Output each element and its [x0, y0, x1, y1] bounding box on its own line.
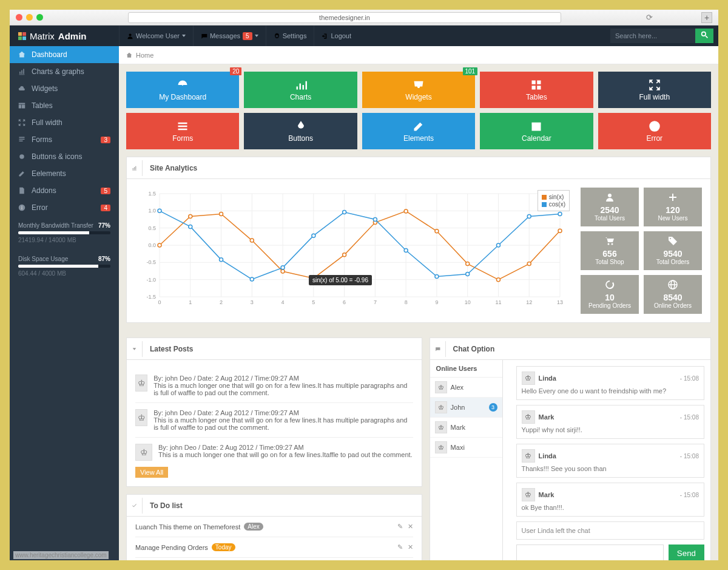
svg-text:12: 12	[526, 299, 532, 305]
tile-full-width[interactable]: Full width	[598, 72, 711, 108]
sidebar-item-tables[interactable]: Tables	[10, 97, 119, 114]
svg-text:-0.5: -0.5	[146, 259, 156, 265]
button-icon	[18, 153, 25, 160]
svg-point-62	[250, 239, 254, 242]
stat-new-users[interactable]: 120New Users	[644, 188, 702, 226]
sidebar-item-label: Widgets	[32, 84, 58, 93]
sidebar-item-eelements[interactable]: Eelements	[10, 165, 119, 182]
breadcrumb: Home	[119, 46, 718, 64]
stat-total-orders[interactable]: 9540Total Orders	[644, 231, 702, 270]
tile-error[interactable]: Error	[598, 113, 711, 149]
svg-point-73	[158, 209, 161, 212]
chevron-down-icon[interactable]	[127, 341, 143, 357]
svg-text:3: 3	[251, 299, 254, 305]
svg-point-59	[158, 243, 161, 247]
panel-title: Site Analytics	[150, 164, 197, 172]
file-icon	[18, 187, 25, 194]
msg-author: Linda	[539, 375, 556, 382]
stat-total-users[interactable]: 2540Total Users	[581, 188, 639, 226]
tile-elements[interactable]: Elements	[362, 113, 475, 149]
online-user[interactable]: ♔Mark	[430, 418, 502, 438]
tile-forms[interactable]: Forms	[126, 113, 239, 149]
info-icon	[649, 120, 661, 132]
edit-icon[interactable]: ✎	[397, 523, 403, 531]
sidebar-item-label: Buttons & icons	[32, 152, 82, 161]
svg-text:6: 6	[343, 299, 346, 305]
tile-widgets[interactable]: 101Widgets	[362, 72, 475, 108]
sidebar-item-buttons-icons[interactable]: Buttons & icons	[10, 148, 119, 165]
online-user[interactable]: ♔Maxi	[430, 438, 502, 458]
cloud-icon	[18, 85, 25, 92]
sidebar-item-widgets[interactable]: Widgets	[10, 80, 119, 97]
info-icon	[18, 204, 25, 211]
close-window-icon[interactable]	[16, 14, 22, 21]
new-tab-button[interactable]: +	[701, 12, 712, 23]
sidebar-item-charts-graphs[interactable]: Charts & graphs	[10, 63, 119, 80]
gear-icon	[274, 33, 280, 39]
tile-badge: 101	[463, 67, 478, 75]
msg-body: Thanks!!! See you soon than	[522, 465, 699, 472]
stat-total-shop[interactable]: 656Total Shop	[581, 231, 639, 270]
stat-label: Total Orders	[646, 259, 699, 265]
msg-time: - 15:08	[680, 492, 699, 498]
todo-item: MAke your desk cleanAdmin✎✕	[135, 558, 413, 560]
svg-point-65	[343, 253, 346, 257]
post-body: This is a much longer one that will go o…	[153, 382, 413, 396]
url-bar[interactable]: themedesigner.in	[128, 12, 561, 23]
sidebar-item-addons[interactable]: Addons5	[10, 182, 119, 199]
chat-message: ♔Mark- 15:08ok Bye than!!!.	[516, 483, 704, 517]
panel-title: Chat Option	[453, 345, 495, 353]
panel-title: Latest Posts	[150, 345, 193, 353]
svg-point-70	[496, 278, 500, 282]
latest-posts-panel: Latest Posts ♔By: john Deo / Date: 2 Aug…	[126, 338, 422, 487]
edit-icon[interactable]: ✎	[397, 543, 403, 551]
view-all-button[interactable]: View All	[135, 467, 168, 478]
sidebar-item-dashboard[interactable]: Dashboard	[10, 46, 119, 63]
sidebar-item-forms[interactable]: Forms3	[10, 131, 119, 148]
search-input[interactable]	[610, 29, 695, 43]
analytics-chart: -1.5-1.0-0.50.00.51.01.50123456789101112…	[135, 188, 572, 314]
chat-message: ♔Mark- 15:08Yuppi! why not sirji!!.	[516, 405, 704, 439]
tile-calendar[interactable]: Calendar	[480, 113, 593, 149]
svg-point-86	[558, 212, 562, 215]
stat-label: Online Orders	[646, 302, 699, 309]
stat-pending-orders[interactable]: 10Pending Orders	[581, 275, 639, 314]
search-button[interactable]	[695, 29, 713, 43]
sidebar-item-label: Error	[32, 203, 48, 212]
chat-input[interactable]	[516, 545, 664, 560]
bandwidth-usage: 77% Monthly Bandwidth Transfer 21419.94 …	[10, 216, 119, 249]
svg-point-75	[220, 258, 223, 262]
sidebar-item-full-width[interactable]: Full width	[10, 114, 119, 131]
check-icon	[127, 498, 143, 514]
stat-online-orders[interactable]: 8540Online Orders	[644, 275, 702, 314]
welcome-user-menu[interactable]: Welcome User	[119, 25, 193, 46]
brand-logo[interactable]: MatrixAdmin	[10, 31, 119, 41]
delete-icon[interactable]: ✕	[408, 543, 413, 551]
tile-my-dashboard[interactable]: 20My Dashboard	[126, 72, 239, 108]
globe-icon	[668, 280, 678, 290]
maximize-window-icon[interactable]	[36, 14, 43, 21]
online-user[interactable]: ♔Alex	[430, 378, 502, 398]
delete-icon[interactable]: ✕	[408, 523, 413, 531]
sidebar-badge: 4	[101, 205, 110, 211]
tile-label: Full width	[639, 93, 670, 101]
settings-link[interactable]: Settings	[266, 25, 314, 46]
tile-charts[interactable]: Charts	[244, 72, 357, 108]
refresh-icon[interactable]: ⟳	[646, 13, 653, 22]
tile-label: Tables	[526, 93, 547, 101]
send-button[interactable]: Send	[669, 545, 704, 560]
expand-icon	[18, 119, 25, 126]
minimize-window-icon[interactable]	[26, 14, 33, 21]
avatar: ♔	[522, 488, 535, 501]
stat-label: Total Shop	[583, 259, 636, 265]
logout-link[interactable]: Logout	[314, 25, 359, 46]
online-user[interactable]: ♔John3	[430, 398, 502, 418]
tile-tables[interactable]: Tables	[480, 72, 593, 108]
svg-point-67	[404, 209, 408, 213]
breadcrumb-home[interactable]: Home	[136, 52, 153, 59]
messages-menu[interactable]: Messages5	[193, 25, 266, 46]
user-name: Alex	[451, 384, 463, 391]
tile-buttons[interactable]: Buttons	[244, 113, 357, 149]
sidebar-item-error[interactable]: Error4	[10, 199, 119, 216]
svg-point-60	[189, 214, 192, 218]
